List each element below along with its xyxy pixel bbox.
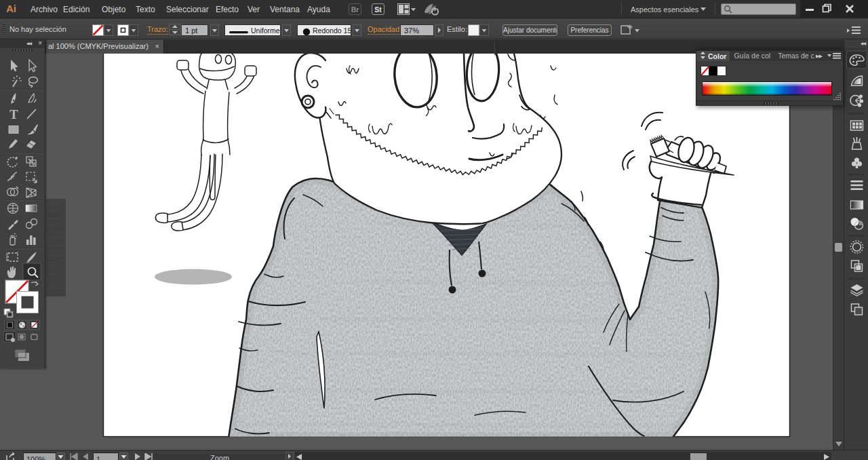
svg-text:T: T (9, 107, 18, 121)
